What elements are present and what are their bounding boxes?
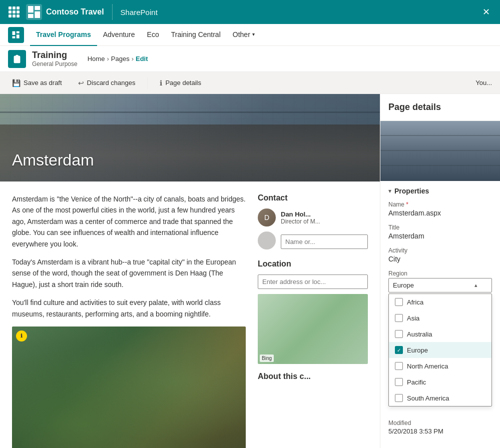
nav-item-adventure[interactable]: Adventure [97, 24, 141, 46]
waffle-menu[interactable] [6, 4, 22, 20]
chevron-down-icon: ▾ [252, 32, 255, 37]
article-sidebar: Contact D Dan Hol... Director of M... [258, 194, 368, 448]
app-label: SharePoint [121, 8, 158, 16]
option-asia[interactable]: Asia [389, 310, 491, 326]
site-subtitle: General Purpose [32, 60, 78, 68]
breadcrumb-bar: Training General Purpose Home › Pages › … [0, 46, 500, 72]
paragraph-3: You'll find culture and activities to su… [12, 297, 246, 320]
option-africa[interactable]: Africa [389, 294, 491, 310]
article: Amsterdam is "the Venice of the North"--… [0, 182, 380, 448]
collapse-icon: ▾ [388, 188, 391, 194]
option-label-europe: Europe [407, 346, 428, 354]
avatar-dan: D [258, 208, 276, 226]
option-north-america[interactable]: North America [389, 358, 491, 374]
page-details-button[interactable]: ℹ Page details [156, 77, 205, 89]
title-value: Amsterdam [388, 232, 492, 240]
breadcrumb-pages[interactable]: Pages [111, 55, 130, 62]
panel-title: Page details [388, 102, 441, 112]
nav-item-training[interactable]: Training Central [165, 24, 227, 46]
svg-rect-2 [17, 34, 20, 38]
option-europe[interactable]: Europe [389, 342, 491, 358]
region-property: Region Europe ▴ Africa Asia [388, 270, 492, 406]
checkbox-europe[interactable] [395, 346, 403, 354]
nav-item-travel-programs[interactable]: Travel Programs [30, 24, 97, 46]
svg-rect-3 [13, 36, 16, 38]
toolbar-separator [147, 77, 148, 89]
paragraph-2: Today's Amsterdam is a vibrant hub--a tr… [12, 256, 246, 290]
photo-badge: ℹ [16, 330, 27, 342]
hero-image: Amsterdam [0, 94, 380, 182]
option-australia[interactable]: Australia [389, 326, 491, 342]
title-label: Title [388, 224, 492, 231]
option-label-north-america: North America [407, 362, 448, 370]
nav-item-other[interactable]: Other ▾ [227, 24, 261, 46]
checkbox-australia[interactable] [395, 330, 403, 338]
nav-item-eco[interactable]: Eco [141, 24, 165, 46]
location-title: Location [258, 260, 368, 268]
site-logo [8, 27, 24, 43]
modified-section: Modified 5/20/2018 3:53 PM [380, 420, 500, 441]
checkbox-pacific[interactable] [395, 378, 403, 386]
logo-icon [26, 4, 42, 20]
region-selected: Europe [393, 282, 414, 289]
checkbox-asia[interactable] [395, 314, 403, 322]
page-details-panel: Page details ▾ Properties Name * Amsterd… [380, 94, 500, 448]
name-value: Amsterdam.aspx [388, 209, 492, 217]
article-main: Amsterdam is "the Venice of the North"--… [12, 194, 246, 448]
contact-title: Contact [258, 194, 368, 202]
option-south-america[interactable]: South America [389, 390, 491, 406]
discard-button[interactable]: ↩ Discard changes [74, 77, 140, 89]
breadcrumb-home[interactable]: Home [88, 55, 105, 62]
activity-value: City [388, 255, 492, 263]
checkbox-africa[interactable] [395, 298, 403, 306]
option-label-asia: Asia [407, 314, 419, 322]
breadcrumb-text: Training General Purpose [32, 50, 78, 68]
modified-value: 5/20/2018 3:53 PM [388, 428, 492, 435]
properties-toggle[interactable]: ▾ Properties [388, 187, 492, 195]
edit-toolbar: 💾 Save as draft ↩ Discard changes ℹ Page… [0, 72, 500, 94]
panel-thumbnail [380, 121, 500, 181]
contact-name: Dan Hol... [281, 210, 320, 218]
option-label-australia: Australia [407, 330, 432, 338]
svg-rect-0 [13, 31, 16, 35]
option-label-south-america: South America [407, 394, 449, 402]
close-button[interactable]: ✕ [478, 4, 494, 20]
modified-label: Modified [388, 420, 492, 426]
nav-bar: Travel Programs Adventure Eco Training C… [0, 24, 500, 46]
name-label: Name * [388, 201, 492, 208]
checkbox-north-america[interactable] [395, 362, 403, 370]
breadcrumb-edit[interactable]: Edit [136, 55, 148, 62]
contact-info: Dan Hol... Director of M... [281, 210, 320, 225]
breadcrumb: Home › Pages › Edit [88, 55, 148, 62]
about-title: About this c... [258, 372, 368, 381]
region-label: Region [388, 270, 492, 277]
location-section: Location Bing [258, 260, 368, 364]
app-suite-label: Contoso Travel [46, 8, 104, 16]
discard-icon: ↩ [78, 79, 84, 87]
site-icon [8, 50, 26, 68]
details-icon: ℹ [160, 79, 162, 87]
checkbox-south-america[interactable] [395, 394, 403, 402]
page-content: Amsterdam Amsterdam is "the Venice of th… [0, 94, 380, 448]
site-title: Training [32, 50, 78, 60]
contact-role: Director of M... [281, 218, 320, 225]
panel-header: Page details [380, 94, 500, 121]
location-input[interactable] [258, 274, 368, 289]
contact-input[interactable] [281, 234, 368, 249]
canal-photo: ℹ [12, 326, 246, 448]
option-pacific[interactable]: Pacific [389, 374, 491, 390]
toolbar-right: You... [475, 79, 492, 86]
contact-person: D Dan Hol... Director of M... [258, 208, 368, 226]
region-dropdown[interactable]: Europe ▴ [388, 278, 492, 292]
main-container: Amsterdam Amsterdam is "the Venice of th… [0, 94, 500, 448]
svg-rect-1 [17, 31, 20, 33]
save-draft-button[interactable]: 💾 Save as draft [8, 77, 66, 89]
paragraph-1: Amsterdam is "the Venice of the North"--… [12, 194, 246, 250]
close-icon: ✕ [482, 6, 490, 18]
option-label-pacific: Pacific [407, 378, 426, 386]
title-property: Title Amsterdam [388, 224, 492, 240]
save-icon: 💾 [12, 79, 21, 87]
contact-section: Contact D Dan Hol... Director of M... [258, 194, 368, 250]
chevron-up-icon: ▴ [474, 282, 477, 288]
option-label-africa: Africa [407, 298, 423, 306]
